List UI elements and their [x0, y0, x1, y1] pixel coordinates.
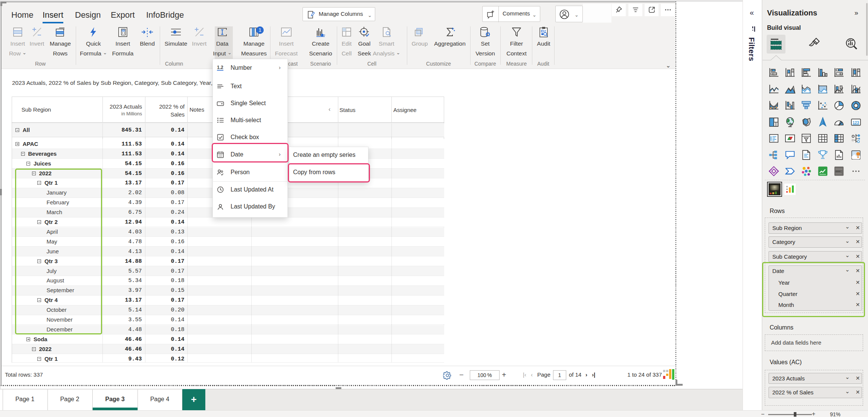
svg-text:1.2: 1.2 — [217, 65, 223, 70]
svg-text:123: 123 — [853, 121, 859, 125]
